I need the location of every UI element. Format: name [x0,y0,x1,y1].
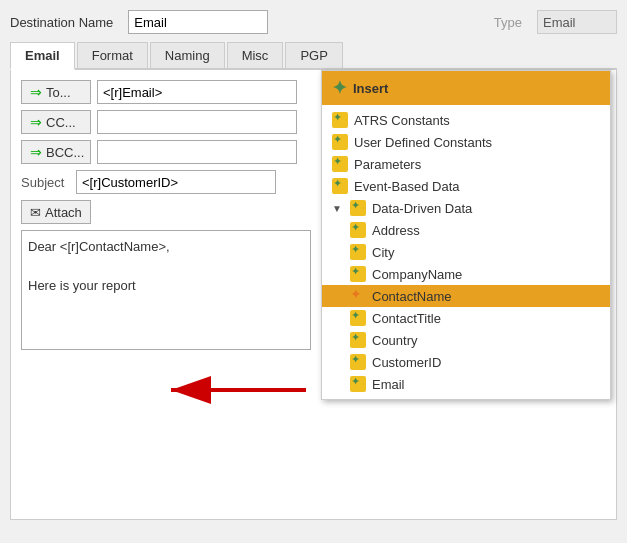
insert-item-user-defined[interactable]: User Defined Constants [322,131,610,153]
tab-misc[interactable]: Misc [227,42,284,68]
tab-format[interactable]: Format [77,42,148,68]
contacttitle-label: ContactTitle [372,311,441,326]
tab-pgp[interactable]: PGP [285,42,342,68]
user-defined-label: User Defined Constants [354,135,492,150]
bcc-arrow-icon: ⇒ [30,144,42,160]
to-button-label: To... [46,85,71,100]
data-driven-label: Data-Driven Data [372,201,472,216]
companyname-label: CompanyName [372,267,462,282]
country-icon [350,332,366,348]
cc-input[interactable] [97,110,297,134]
contacttitle-icon [350,310,366,326]
tab-naming[interactable]: Naming [150,42,225,68]
insert-item-contactname[interactable]: ContactName [322,285,610,307]
attach-icon: ✉ [30,205,41,220]
event-based-label: Event-Based Data [354,179,460,194]
top-row: Destination Name Type [10,10,617,34]
insert-item-country[interactable]: Country [322,329,610,351]
annotation-arrow [151,360,311,420]
insert-list: ATRS Constants User Defined Constants Pa… [322,105,610,399]
contactname-icon [350,288,366,304]
to-arrow-icon: ⇒ [30,84,42,100]
attach-button-label: Attach [45,205,82,220]
subject-input[interactable] [76,170,276,194]
insert-item-address[interactable]: Address [322,219,610,241]
insert-item-email[interactable]: Email [322,373,610,395]
subject-label: Subject [21,175,76,190]
destination-name-input[interactable] [128,10,268,34]
tabs-bar: Email Format Naming Misc PGP [10,42,617,70]
address-icon [350,222,366,238]
content-panel: ⇒ To... ⇒ CC... ⇒ BCC... Subject [10,70,617,520]
insert-item-city[interactable]: City [322,241,610,263]
insert-item-companyname[interactable]: CompanyName [322,263,610,285]
collapse-icon: ▼ [332,203,342,214]
cc-button[interactable]: ⇒ CC... [21,110,91,134]
customerid-icon [350,354,366,370]
contactname-label: ContactName [372,289,451,304]
destination-name-label: Destination Name [10,15,113,30]
insert-item-customerid[interactable]: CustomerID [322,351,610,373]
to-input[interactable] [97,80,297,104]
customerid-label: CustomerID [372,355,441,370]
main-container: Destination Name Type Email Format Namin… [0,0,627,543]
email-icon [350,376,366,392]
insert-header: ✦ Insert [322,71,610,105]
attach-button[interactable]: ✉ Attach [21,200,91,224]
address-label: Address [372,223,420,238]
user-defined-icon [332,134,348,150]
cc-button-label: CC... [46,115,76,130]
companyname-icon [350,266,366,282]
body-line3: Here is your report [28,276,304,296]
insert-title: Insert [353,81,388,96]
data-driven-icon [350,200,366,216]
bcc-input[interactable] [97,140,297,164]
bcc-button[interactable]: ⇒ BCC... [21,140,91,164]
city-icon [350,244,366,260]
insert-item-contacttitle[interactable]: ContactTitle [322,307,610,329]
insert-header-icon: ✦ [332,77,347,99]
cc-arrow-icon: ⇒ [30,114,42,130]
atrs-label: ATRS Constants [354,113,450,128]
type-input [537,10,617,34]
event-based-icon [332,178,348,194]
body-line2 [28,257,304,277]
body-line1: Dear <[r]ContactName>, [28,237,304,257]
insert-item-parameters[interactable]: Parameters [322,153,610,175]
parameters-label: Parameters [354,157,421,172]
email-body[interactable]: Dear <[r]ContactName>, Here is your repo… [21,230,311,350]
insert-panel: ✦ Insert ATRS Constants User Defined Con… [321,70,611,400]
country-label: Country [372,333,418,348]
to-button[interactable]: ⇒ To... [21,80,91,104]
parameters-icon [332,156,348,172]
type-label: Type [494,15,522,30]
insert-item-data-driven[interactable]: ▼ Data-Driven Data [322,197,610,219]
insert-item-atrs[interactable]: ATRS Constants [322,109,610,131]
bcc-button-label: BCC... [46,145,84,160]
email-label: Email [372,377,405,392]
insert-item-event-based[interactable]: Event-Based Data [322,175,610,197]
tab-email[interactable]: Email [10,42,75,70]
city-label: City [372,245,394,260]
atrs-icon [332,112,348,128]
